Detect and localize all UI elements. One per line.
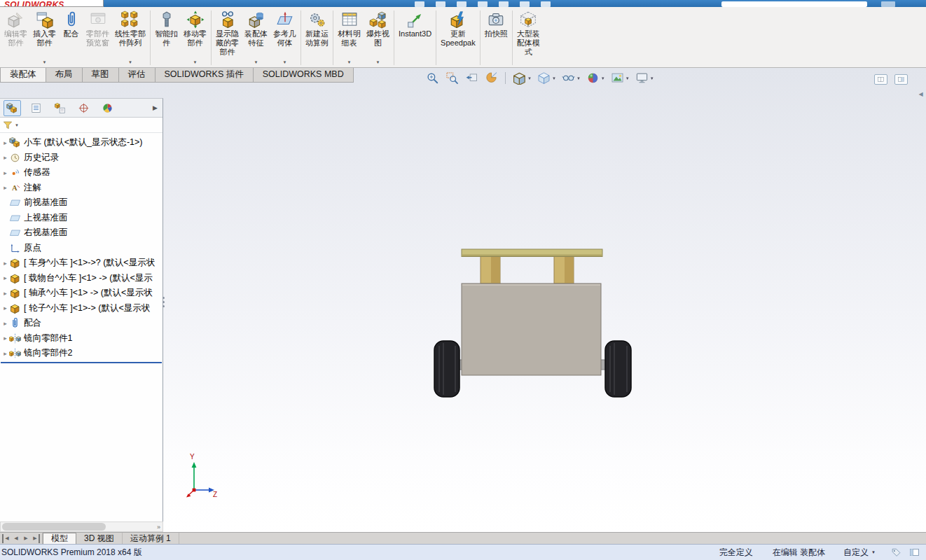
ribbon-button-take-snapshot[interactable]: 拍快照 <box>482 8 511 67</box>
tree-item-wheel-part[interactable]: ▸[ 轮子^小车 ]<1>-> (默认<显示状 <box>0 301 163 316</box>
chevron-down-icon[interactable]: ▼ <box>576 76 581 80</box>
ribbon-button-reference-geometry[interactable]: 参考几 何体▼ <box>270 8 299 67</box>
tab-scroll-previous-button[interactable]: ◀ <box>12 534 20 543</box>
rebuild-icon[interactable] <box>520 1 530 7</box>
expand-arrow-icon[interactable]: ▸ <box>1 274 9 281</box>
tab-scroll-first-button[interactable]: ◀ <box>2 534 11 543</box>
panel-horizontal-scrollbar[interactable]: » <box>0 522 163 532</box>
help-button[interactable] <box>881 1 895 7</box>
tree-item-history[interactable]: ▸历史记录 <box>0 150 163 166</box>
chevron-down-icon[interactable]: ▼ <box>347 59 352 66</box>
chevron-down-icon[interactable]: ▼ <box>128 59 132 66</box>
apply-scene-button[interactable]: ▼ <box>610 71 630 85</box>
ribbon-button-show-hidden-components[interactable]: 显示隐 藏的零 部件 <box>213 8 242 67</box>
ribbon-button-mate[interactable]: 配合 <box>59 8 83 67</box>
tree-item-platform-part[interactable]: ▸[ 载物台^小车 ]<1> -> (默认<显示 <box>0 271 163 286</box>
options-icon[interactable] <box>541 1 551 7</box>
tree-item-right-plane[interactable]: 右视基准面 <box>0 225 163 241</box>
filter-icon[interactable] <box>2 120 13 131</box>
tree-item-cart-root[interactable]: ▸小车 (默认<默认_显示状态-1>) <box>0 135 163 150</box>
chevron-down-icon[interactable]: ▼ <box>650 76 654 80</box>
expand-arrow-icon[interactable]: ▸ <box>1 335 9 342</box>
chevron-down-icon[interactable]: ▼ <box>193 59 198 66</box>
expand-arrow-icon[interactable]: ▸ <box>1 260 9 267</box>
right-axle[interactable] <box>600 360 611 370</box>
command-tab-sw-mbd[interactable]: SOLIDWORKS MBD <box>253 68 354 83</box>
command-tab-evaluate[interactable]: 评估 <box>118 68 156 83</box>
command-tab-assembly[interactable]: 装配体 <box>0 68 46 83</box>
chevron-down-icon[interactable]: ▼ <box>527 76 532 80</box>
ribbon-button-new-motion-study[interactable]: 新建运 动算例 <box>303 8 331 67</box>
zoom-to-area-button[interactable] <box>445 71 459 85</box>
tree-item-origin[interactable]: 原点 <box>0 241 163 256</box>
tree-item-front-plane[interactable]: 前视基准面 <box>0 195 163 211</box>
viewport-pane-button-2[interactable] <box>894 74 908 85</box>
panel-tabs-overflow-chevron[interactable]: ▶ <box>153 104 159 111</box>
cart-body[interactable] <box>462 284 601 375</box>
open-icon[interactable] <box>436 1 445 7</box>
section-view-button[interactable] <box>484 71 499 85</box>
right-wheel[interactable] <box>605 341 631 397</box>
panel-expand-chevron[interactable]: » <box>157 524 163 531</box>
tree-item-sensors[interactable]: ▸传感器 <box>0 165 163 181</box>
chevron-down-icon[interactable]: ▼ <box>626 76 630 80</box>
chevron-down-icon[interactable]: ▼ <box>15 123 19 127</box>
display-style-button[interactable]: ▼ <box>537 71 556 85</box>
ribbon-button-exploded-view[interactable]: 爆炸视 图▼ <box>364 8 392 67</box>
expand-arrow-icon[interactable]: ▸ <box>1 350 9 357</box>
ribbon-button-smart-fasteners[interactable]: 智能扣 件 <box>152 8 181 67</box>
zoom-to-fit-button[interactable] <box>425 71 440 85</box>
ribbon-button-move-component[interactable]: 移动零 部件▼ <box>181 8 209 67</box>
tab-scroll-next-button[interactable]: ▶ <box>22 534 30 543</box>
panel-resize-grip[interactable] <box>160 292 166 312</box>
ribbon-button-large-assembly-mode[interactable]: 大型装 配体模 式 <box>514 8 543 67</box>
edit-appearance-button[interactable]: ▼ <box>586 71 605 85</box>
panel-tab-propertymanager[interactable] <box>27 100 45 116</box>
expand-arrow-icon[interactable]: ▸ <box>1 169 9 176</box>
chevron-down-icon[interactable]: ▼ <box>43 59 47 66</box>
tree-item-top-plane[interactable]: 上视基准面 <box>0 211 163 226</box>
ribbon-button-bill-of-materials[interactable]: 材料明 细表▼ <box>335 8 364 67</box>
command-tab-sw-addins[interactable]: SOLIDWORKS 插件 <box>155 68 254 83</box>
expand-arrow-icon[interactable]: ▸ <box>1 184 9 191</box>
status-tag-icon[interactable] <box>890 547 902 558</box>
command-tab-sketch[interactable]: 草图 <box>82 68 119 83</box>
ribbon-button-instant3d[interactable]: Instant3D <box>396 8 434 67</box>
expand-arrow-icon[interactable]: ▸ <box>1 139 9 146</box>
new-icon[interactable] <box>415 1 424 7</box>
chevron-down-icon[interactable]: ▼ <box>283 59 287 66</box>
status-panes-icon[interactable] <box>908 547 920 558</box>
search-input[interactable] <box>721 1 867 7</box>
print-icon[interactable] <box>478 1 488 7</box>
tree-item-annotations[interactable]: ▸A注解 <box>0 181 163 196</box>
tree-item-mates[interactable]: ▸配合 <box>0 316 163 331</box>
tree-item-mirror-component-1[interactable]: ▸镜向零部件1 <box>0 331 163 346</box>
chevron-down-icon[interactable]: ▼ <box>376 59 380 66</box>
chevron-down-icon[interactable]: ▼ <box>254 59 258 66</box>
expand-arrow-icon[interactable]: ▸ <box>1 320 9 327</box>
tree-item-bearing-part[interactable]: ▸[ 轴承^小车 ]<1> -> (默认<显示状 <box>0 286 163 301</box>
tree-item-mirror-component-2[interactable]: ▸镜向零部件2 <box>0 346 163 361</box>
chevron-down-icon[interactable]: ▼ <box>552 76 556 80</box>
command-tab-layout[interactable]: 布局 <box>46 68 83 83</box>
panel-tab-dimxpertmanager[interactable] <box>75 100 92 116</box>
panel-tab-featuremanager[interactable] <box>4 100 21 116</box>
expand-arrow-icon[interactable]: ▸ <box>1 290 9 297</box>
hide-show-items-button[interactable]: ▼ <box>561 71 581 85</box>
ribbon-button-insert-components[interactable]: 插入零 部件▼ <box>30 8 59 67</box>
left-post[interactable] <box>481 256 500 284</box>
ribbon-button-update-speedpak[interactable]: 更新 Speedpak <box>438 8 478 67</box>
right-post[interactable] <box>554 256 574 284</box>
document-tab-model[interactable]: 模型 <box>43 533 76 544</box>
panel-tab-displaymanager[interactable] <box>99 100 116 116</box>
task-pane-collapse-button[interactable]: ◀ <box>917 89 925 99</box>
save-icon[interactable] <box>457 1 467 7</box>
ribbon-button-linear-component-pattern[interactable]: 线性零部 件阵列▼ <box>112 8 148 67</box>
left-axle[interactable] <box>452 360 464 370</box>
panel-tab-configurationmanager[interactable] <box>51 100 69 116</box>
left-wheel[interactable] <box>434 341 459 397</box>
tab-scroll-last-button[interactable]: ▶ <box>32 534 40 543</box>
status-custom-menu[interactable]: 自定义 ▼ <box>835 547 884 559</box>
view-orientation-button[interactable]: ▼ <box>512 71 532 85</box>
ribbon-button-assembly-features[interactable]: 装配体 特征▼ <box>242 8 270 67</box>
